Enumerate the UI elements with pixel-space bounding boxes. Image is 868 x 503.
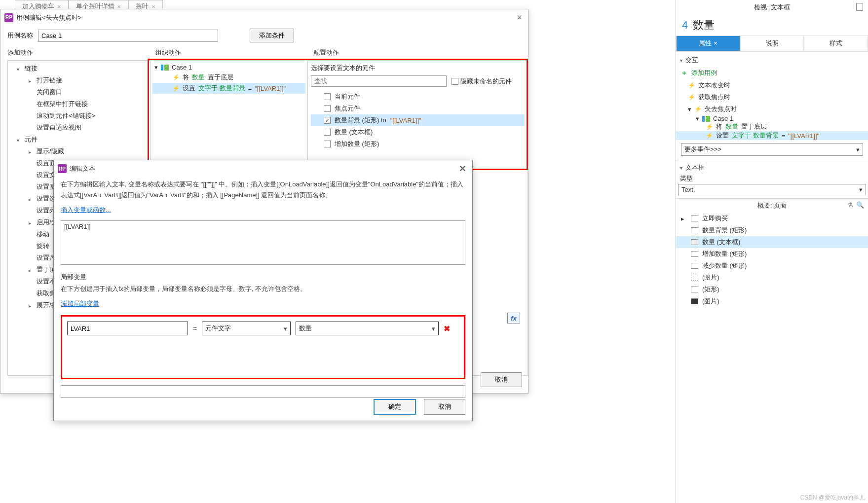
widget-row[interactable]: 当前元件 — [311, 91, 525, 103]
var-type-select[interactable]: 元件文字 — [202, 322, 291, 335]
tree-scroll[interactable]: 滚动到元件<锚链接> — [8, 110, 150, 122]
dialog-footer: 取消 — [481, 372, 522, 387]
event-action[interactable]: ⚡将 数量 置于底层 — [676, 122, 868, 131]
text-editor[interactable]: [[LVAR1]] — [61, 220, 465, 265]
chevron-down-icon — [432, 325, 435, 332]
local-var-desc: 在下方创建用于插入fx的局部变量，局部变量名称必须是字母、数字, 不允许包含空格… — [54, 282, 472, 296]
header-cfg-action: 配置动作 — [313, 48, 521, 57]
tree-adaptive[interactable]: 设置自适应视图 — [8, 122, 150, 134]
local-var-redbox: = 元件文字 数量 ✖ — [61, 315, 465, 379]
case-icon — [161, 65, 169, 71]
case-label: Case 1 — [172, 64, 192, 71]
outline-item[interactable]: (矩形) — [676, 284, 868, 295]
dialog-title: 编辑文本 — [70, 164, 95, 173]
search-icon[interactable]: 🔍 — [856, 201, 864, 209]
close-icon[interactable]: ✕ — [457, 163, 468, 174]
rp-icon: RP — [58, 164, 67, 173]
outline-header: 概要: 页面 ⚗🔍 — [676, 198, 868, 213]
tab-notes[interactable]: 说明 — [740, 36, 804, 51]
outline-item[interactable]: 减少数量 (矩形) — [676, 260, 868, 272]
case-icon — [702, 116, 710, 122]
widget-row[interactable]: 增加数量 (矩形) — [311, 138, 525, 150]
case-node[interactable]: ▾ Case 1 — [152, 63, 305, 72]
tree-links[interactable]: 链接 — [8, 63, 150, 74]
type-label: 类型 — [676, 174, 868, 183]
case-name-input[interactable] — [38, 30, 218, 42]
ok-button[interactable]: 确定 — [374, 399, 416, 415]
tree-open-link[interactable]: 打开链接 — [8, 74, 150, 86]
section-interactions[interactable]: 交互 — [676, 54, 868, 67]
doc-icon[interactable] — [856, 3, 863, 11]
widget-name: 数量 — [693, 18, 715, 33]
fx-button[interactable]: fx — [507, 313, 520, 323]
tab-properties[interactable]: 属性× — [676, 36, 740, 51]
bolt-icon: ⚡ — [172, 74, 180, 81]
insert-variable-link[interactable]: 插入变量或函数... — [61, 206, 111, 214]
dialog-titlebar: RP 编辑文本 ✕ — [54, 160, 472, 177]
add-condition-button[interactable]: 添加条件 — [250, 29, 294, 42]
tree-showhide[interactable]: 显示/隐藏 — [8, 145, 150, 157]
header-add-action: 添加动作 — [7, 48, 155, 57]
widget-row[interactable]: 数量 (文本框) — [311, 126, 525, 138]
inspector-panel: 检视: 文本框 4 数量 属性× 说明 样式 交互 ＋添加用例 ⚡文本改变时 ⚡… — [676, 0, 868, 503]
event-lost-focus[interactable]: ▾⚡失去焦点时 — [676, 103, 868, 115]
case-name-label: 用例名称 — [7, 31, 33, 40]
equals-label: = — [193, 324, 197, 332]
close-icon[interactable]: × — [515, 12, 524, 23]
tab-style[interactable]: 样式 — [804, 36, 868, 51]
action-row-selected[interactable]: ⚡设置 文字于 数量背景 = "[[LVAR1]]" — [152, 83, 305, 94]
outline-buy-now[interactable]: ▸立即购买 — [676, 213, 868, 224]
delete-icon[interactable]: ✖ — [444, 324, 450, 333]
chevron-down-icon — [284, 325, 287, 332]
outline-item[interactable]: (图片) — [676, 295, 868, 307]
type-select[interactable]: Text▾ — [678, 184, 866, 195]
var-name-input[interactable] — [67, 322, 188, 335]
edit-text-dialog: RP 编辑文本 ✕ 在下方编辑区输入文本, 变量名称或表达式要写在 "[[""]… — [53, 160, 473, 421]
header-org-action: 组织动作 — [155, 48, 313, 57]
hide-unnamed-checkbox[interactable]: 隐藏未命名的元件 — [452, 77, 512, 86]
watermark: CSDN @爱吃java的羊儿 — [800, 494, 865, 502]
dialog-title: 用例编辑<失去焦点时> — [16, 13, 81, 22]
widget-num: 4 — [682, 19, 688, 32]
more-events-dropdown[interactable]: 更多事件>>>▾ — [681, 143, 863, 156]
bolt-icon: ⚡ — [172, 85, 180, 92]
event-action-selected[interactable]: ⚡设置 文字于 数量背景 = "[[LVAR1]]" — [676, 131, 868, 140]
widget-header: 4 数量 — [676, 15, 868, 36]
local-var-row: = 元件文字 数量 ✖ — [67, 322, 459, 335]
tree-close-win[interactable]: 关闭窗口 — [8, 86, 150, 98]
widget-row-selected[interactable]: ✓数量背景 (矩形) to "[[LVAR1]]" — [311, 114, 525, 126]
column-headers: 添加动作 组织动作 配置动作 — [0, 45, 528, 60]
action-row[interactable]: ⚡将 数量 置于底层 — [152, 72, 305, 83]
case-name-row: 用例名称 添加条件 — [0, 26, 528, 45]
outline-item-selected[interactable]: 数量 (文本框) — [676, 236, 868, 248]
section-textbox[interactable]: 文本框 — [676, 161, 868, 174]
chevron-down-icon: ▾ — [856, 146, 860, 153]
tree-widgets[interactable]: 元件 — [8, 134, 150, 145]
outline-item[interactable]: (图片) — [676, 272, 868, 284]
filter-icon[interactable]: ⚗ — [847, 201, 853, 209]
cfg-header: 选择要设置文本的元件 — [311, 64, 525, 72]
dialog-footer: 确定 取消 — [374, 399, 465, 415]
cancel-button[interactable]: 取消 — [481, 372, 522, 387]
tree-open-frame[interactable]: 在框架中打开链接 — [8, 98, 150, 110]
rp-icon: RP — [4, 13, 13, 22]
cancel-button[interactable]: 取消 — [424, 399, 465, 415]
add-case-button[interactable]: ＋添加用例 — [676, 67, 868, 79]
outline-item[interactable]: 数量背景 (矩形) — [676, 224, 868, 236]
description-text: 在下方编辑区输入文本, 变量名称或表达式要写在 "[[""]]" 中。例如：插入… — [54, 177, 472, 203]
bottom-text-field[interactable] — [61, 385, 465, 398]
search-input[interactable] — [311, 75, 447, 87]
widget-row[interactable]: 焦点元件 — [311, 103, 525, 114]
event-got-focus[interactable]: ⚡获取焦点时 — [676, 91, 868, 103]
inspector-tabs: 属性× 说明 样式 — [676, 36, 868, 51]
event-text-change[interactable]: ⚡文本改变时 — [676, 79, 868, 91]
dialog-titlebar: RP 用例编辑<失去焦点时> × — [0, 9, 528, 26]
local-var-title: 局部变量 — [54, 268, 472, 282]
var-target-select[interactable]: 数量 — [296, 322, 439, 335]
add-local-var-link[interactable]: 添加局部变量 — [61, 300, 99, 307]
outline-item[interactable]: 增加数量 (矩形) — [676, 248, 868, 260]
chevron-down-icon: ▾ — [859, 186, 863, 193]
inspector-title: 检视: 文本框 — [676, 0, 868, 15]
event-case[interactable]: ▾ Case 1 — [676, 115, 868, 122]
